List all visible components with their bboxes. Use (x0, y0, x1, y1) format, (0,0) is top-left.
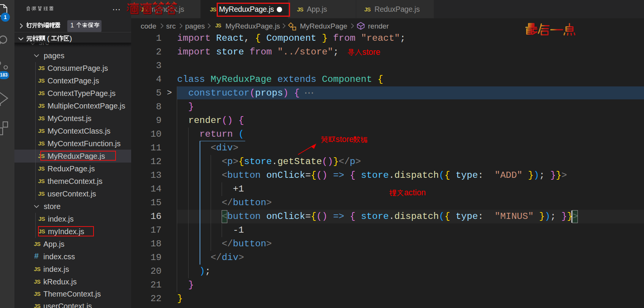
svg-text:action: action (404, 188, 426, 197)
svg-text:store: store (362, 48, 380, 57)
svg-text:store: store (336, 135, 354, 144)
svg-text:(: ( (45, 34, 50, 42)
svg-text:): ) (70, 34, 72, 42)
